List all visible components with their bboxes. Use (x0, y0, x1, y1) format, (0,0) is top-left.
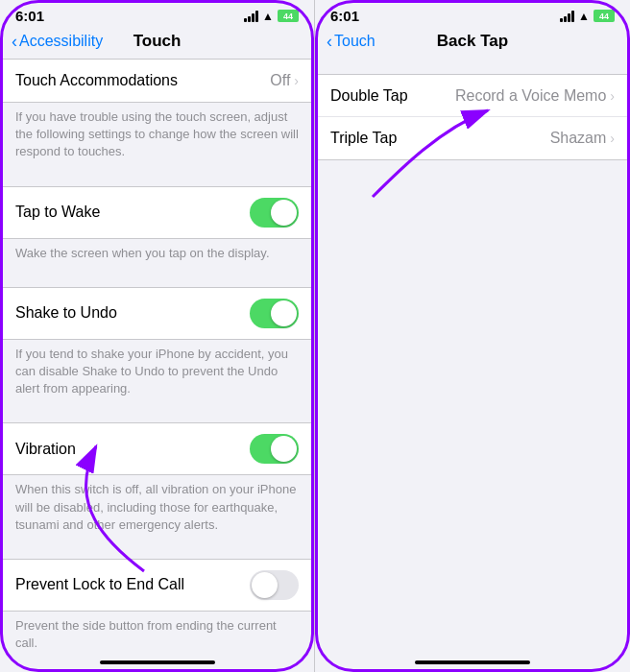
shake-to-undo-item[interactable]: Shake to Undo (0, 288, 314, 339)
double-tap-chevron: › (610, 88, 615, 104)
touch-accommodations-label: Touch Accommodations (15, 72, 270, 89)
shake-to-undo-toggle[interactable] (250, 299, 299, 328)
left-settings-list: Touch Accommodations Off › If you have t… (0, 59, 314, 655)
vibration-toggle[interactable] (250, 434, 299, 464)
vibration-section: Vibration (0, 422, 314, 475)
spacer4 (0, 543, 314, 559)
toggle-thumb (271, 200, 297, 226)
left-status-bar: 6:01 ▲ 44 (0, 0, 314, 28)
double-tap-label: Double Tap (330, 87, 455, 105)
prevent-lock-item[interactable]: Prevent Lock to End Call (0, 560, 314, 611)
back-tap-list: Double Tap Record a Voice Memo › Triple … (315, 74, 630, 160)
touch-accommodations-section: Touch Accommodations Off › (0, 59, 314, 103)
toggle-thumb4 (252, 572, 278, 598)
home-indicator (100, 660, 215, 664)
tap-to-wake-toggle[interactable] (250, 198, 299, 228)
right-home-indicator (415, 660, 530, 664)
vibration-item[interactable]: Vibration (0, 423, 314, 474)
spacer2 (0, 272, 314, 287)
tap-to-wake-label: Tap to Wake (15, 204, 250, 221)
back-label: Accessibility (19, 33, 103, 50)
tap-to-wake-desc: Wake the screen when you tap on the disp… (0, 239, 314, 272)
right-status-icons: ▲ 44 (560, 10, 615, 23)
prevent-lock-label: Prevent Lock to End Call (15, 576, 250, 593)
right-time: 6:01 (330, 8, 359, 24)
touch-accommodations-value: Off (270, 72, 290, 89)
back-arrow-icon: ‹ (12, 33, 17, 50)
wifi-icon: ▲ (262, 10, 274, 23)
tap-to-wake-section: Tap to Wake (0, 186, 314, 239)
left-status-icons: ▲ 44 (244, 10, 299, 23)
right-nav-bar: ‹ Touch Back Tap (315, 28, 630, 59)
prevent-lock-toggle[interactable] (250, 570, 299, 600)
toggle-thumb3 (271, 436, 297, 462)
right-wifi-icon: ▲ (578, 10, 590, 23)
right-status-bar: 6:01 ▲ 44 (315, 0, 630, 28)
spacer1 (0, 171, 314, 186)
shake-to-undo-label: Shake to Undo (15, 304, 250, 322)
tap-to-wake-item[interactable]: Tap to Wake (0, 187, 314, 238)
double-tap-value: Record a Voice Memo (455, 87, 606, 105)
battery-icon: 44 (278, 10, 299, 22)
left-time: 6:01 (15, 8, 44, 24)
shake-to-undo-section: Shake to Undo (0, 287, 314, 340)
right-back-label: Touch (334, 33, 376, 50)
triple-tap-value: Shazam (550, 130, 607, 147)
vibration-desc: When this switch is off, all vibration o… (0, 475, 314, 543)
right-panel: 6:01 ▲ 44 ‹ Touch Back Tap Double Tap Re… (315, 0, 630, 672)
triple-tap-chevron: › (610, 131, 615, 146)
triple-tap-label: Triple Tap (330, 130, 550, 147)
toggle-thumb2 (271, 300, 297, 326)
right-nav-title: Back Tap (437, 32, 508, 51)
right-signal-icon (560, 11, 574, 22)
prevent-lock-desc: Prevent the side button from ending the … (0, 612, 314, 655)
prevent-lock-section: Prevent Lock to End Call (0, 559, 314, 612)
spacer3 (0, 407, 314, 422)
right-spacer1 (315, 59, 630, 74)
signal-icon (244, 11, 258, 22)
back-to-touch[interactable]: ‹ Touch (327, 33, 376, 50)
triple-tap-item[interactable]: Triple Tap Shazam › (315, 117, 630, 159)
left-panel: 6:01 ▲ 44 ‹ Accessibility Touch Touch Ac… (0, 0, 315, 672)
chevron-icon: › (294, 73, 299, 88)
right-battery-icon: 44 (594, 10, 615, 22)
back-to-accessibility[interactable]: ‹ Accessibility (12, 33, 103, 50)
right-back-arrow-icon: ‹ (327, 33, 332, 50)
shake-to-undo-desc: If you tend to shake your iPhone by acci… (0, 340, 314, 408)
left-nav-title: Touch (133, 32, 182, 51)
left-nav-bar: ‹ Accessibility Touch (0, 28, 314, 59)
double-tap-item[interactable]: Double Tap Record a Voice Memo › (315, 75, 630, 117)
touch-accommodations-desc: If you have trouble using the touch scre… (0, 103, 314, 171)
touch-accommodations-item[interactable]: Touch Accommodations Off › (0, 60, 314, 102)
vibration-label: Vibration (15, 441, 250, 458)
